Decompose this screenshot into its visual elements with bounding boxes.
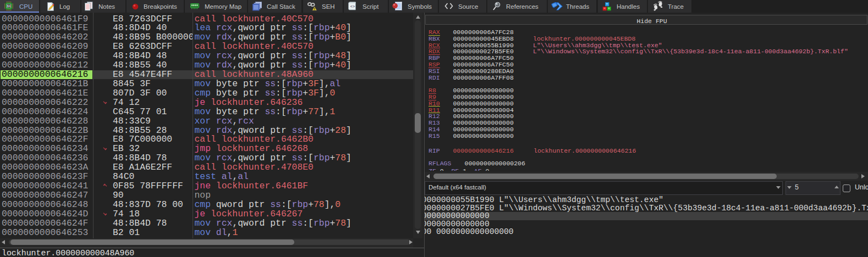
svg-text:<>: <> bbox=[350, 4, 355, 9]
svg-text:64: 64 bbox=[7, 4, 10, 8]
